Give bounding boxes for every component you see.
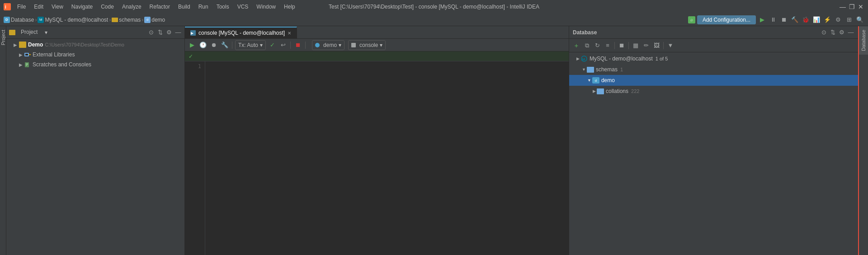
run-button[interactable]: ▶ bbox=[758, 15, 767, 24]
project-sidebar-tab[interactable]: Project bbox=[0, 26, 7, 49]
scratches-label: Scratches and Consoles bbox=[33, 61, 91, 68]
demo-schema-label: demo bbox=[601, 77, 615, 83]
menu-build[interactable]: Build bbox=[175, 3, 194, 11]
minimize-panel-icon[interactable]: — bbox=[175, 29, 182, 36]
debug-button[interactable]: 🐞 bbox=[801, 15, 810, 24]
console-select-dropdown[interactable]: console ▾ bbox=[348, 40, 386, 50]
db-filter-button[interactable]: ≡ bbox=[603, 41, 612, 50]
db-refresh-button[interactable]: ↻ bbox=[593, 41, 602, 50]
tx-dropdown[interactable]: Tx: Auto ▾ bbox=[235, 40, 266, 50]
project-panel-icons: ⊙ ⇅ ⚙ — bbox=[147, 29, 182, 36]
database-vertical-tab[interactable]: Database bbox=[859, 26, 868, 55]
breadcrumb-demo[interactable]: demo bbox=[151, 17, 165, 23]
arrow-external: ▶ bbox=[19, 52, 24, 57]
menu-view[interactable]: View bbox=[48, 3, 67, 11]
build-button[interactable]: 🔨 bbox=[790, 15, 799, 24]
maximize-button[interactable]: ❐ bbox=[848, 3, 855, 10]
editor-tab-console[interactable]: ▶ console [MySQL - demo@localhost] ✕ bbox=[185, 27, 297, 38]
settings-icon[interactable]: ⚙ bbox=[165, 29, 173, 36]
menu-tools[interactable]: Tools bbox=[213, 3, 233, 11]
db-filter2-button[interactable]: ▼ bbox=[666, 41, 675, 50]
database-icon: D bbox=[4, 17, 10, 23]
db-add-button[interactable]: + bbox=[572, 41, 581, 50]
profile-button[interactable]: ⚡ bbox=[823, 15, 832, 24]
project-dropdown-icon[interactable]: ▾ bbox=[45, 29, 47, 36]
schemas-folder-icon bbox=[587, 67, 594, 73]
undo-button[interactable]: ↩ bbox=[278, 41, 288, 50]
menu-navigate[interactable]: Navigate bbox=[68, 3, 96, 11]
menu-file[interactable]: File bbox=[14, 3, 29, 11]
add-configuration-button[interactable]: Add Configuration... bbox=[697, 15, 756, 24]
menu-help[interactable]: Help bbox=[280, 3, 299, 11]
stop-button[interactable]: ⏹ bbox=[779, 15, 788, 24]
db-tree-item-demo[interactable]: ▼ d demo bbox=[569, 75, 858, 86]
svg-text:▶: ▶ bbox=[191, 31, 194, 35]
db-tree-item-schemas[interactable]: ▼ schemas 1 bbox=[569, 64, 858, 75]
mysql-db-icon: M bbox=[580, 56, 588, 62]
tx-dropdown-arrow: ▾ bbox=[260, 42, 263, 48]
console-dropdown-label: console bbox=[359, 42, 378, 48]
breadcrumb-db[interactable]: Database bbox=[11, 17, 34, 23]
toolbar-settings-icon[interactable]: ⚙ bbox=[834, 15, 843, 24]
project-item-demo[interactable]: ▶ Demo C:\Users\70794\Desktop\Test\Demo bbox=[6, 40, 184, 50]
database-toolbar: + ⧉ ↻ ≡ ⏹ ▦ ✏ 🖼 ▼ bbox=[569, 39, 858, 52]
menu-edit[interactable]: Edit bbox=[30, 3, 47, 11]
format-button[interactable]: ⏺ bbox=[209, 41, 218, 50]
db-stop-button[interactable]: ⏹ bbox=[617, 41, 626, 50]
toolbar-separator2 bbox=[290, 42, 291, 49]
db-expand-icon[interactable]: ⇅ bbox=[829, 29, 836, 36]
nav-right-controls: ⌕ Add Configuration... ▶ ⏸ ⏹ 🔨 🐞 📊 ⚡ ⚙ ⊞… bbox=[688, 15, 864, 24]
arrow-collations: ▶ bbox=[593, 89, 596, 93]
menu-window[interactable]: Window bbox=[253, 3, 279, 11]
coverage-button[interactable]: 📊 bbox=[812, 15, 821, 24]
locate-icon[interactable]: ⊙ bbox=[147, 29, 155, 36]
project-item-external[interactable]: ▶ External Libraries bbox=[6, 50, 184, 60]
history-button[interactable]: 🕐 bbox=[198, 41, 208, 50]
project-folder-icon bbox=[9, 30, 15, 35]
db-edit-button[interactable]: ✏ bbox=[642, 41, 651, 50]
breadcrumb-sep2: › bbox=[109, 17, 111, 23]
db-tree-item-mysql[interactable]: ▶ M MySQL - demo@localhost 1 of 5 bbox=[569, 53, 858, 64]
svg-text:i: i bbox=[5, 5, 6, 9]
db-tree-item-collations[interactable]: ▶ collations 222 bbox=[569, 86, 858, 97]
db-copy-button[interactable]: ⧉ bbox=[582, 41, 591, 50]
db-select-dropdown[interactable]: demo ▾ bbox=[312, 40, 344, 50]
menu-code[interactable]: Code bbox=[97, 3, 118, 11]
arrow-mysql: ▶ bbox=[576, 56, 580, 61]
arrow-schemas: ▼ bbox=[582, 67, 586, 72]
project-item-scratches[interactable]: ▶ Scratches and Consoles bbox=[6, 60, 184, 70]
breadcrumb-sep3: › bbox=[142, 17, 143, 23]
menu-run[interactable]: Run bbox=[195, 3, 212, 11]
db-minimize-icon[interactable]: — bbox=[847, 29, 854, 36]
tab-close-icon[interactable]: ✕ bbox=[288, 31, 291, 36]
execute-button[interactable]: ▶ bbox=[188, 41, 197, 50]
toolbar-search-icon[interactable]: 🔍 bbox=[855, 15, 864, 24]
expand-collapse-icon[interactable]: ⇅ bbox=[156, 29, 164, 36]
pause-button[interactable]: ⏸ bbox=[769, 15, 778, 24]
editor-toolbar: ▶ 🕐 ⏺ 🔧 Tx: Auto ▾ ✓ ↩ ⏹ demo ▾ console bbox=[185, 39, 569, 51]
db-table-icon[interactable]: ▦ bbox=[631, 41, 640, 50]
close-button[interactable]: ✕ bbox=[857, 3, 864, 10]
db-nav-icon: D Database › M MySQL - demo@localhost › … bbox=[4, 17, 165, 23]
code-editor[interactable] bbox=[205, 61, 569, 255]
db-screenshot-button[interactable]: 🖼 bbox=[652, 41, 661, 50]
toolbar-expand-icon[interactable]: ⊞ bbox=[844, 15, 854, 24]
window-controls: — ❐ ✕ bbox=[839, 3, 864, 10]
svg-rect-3 bbox=[25, 54, 28, 56]
db-locate-icon[interactable]: ⊙ bbox=[820, 29, 827, 36]
db-dropdown-arrow: ▾ bbox=[339, 42, 341, 48]
db-settings-icon[interactable]: ⚙ bbox=[838, 29, 845, 36]
search-navigate-icon[interactable]: ⌕ bbox=[688, 16, 695, 23]
breadcrumb-schemas[interactable]: schemas bbox=[119, 17, 141, 23]
menu-vcs[interactable]: VCS bbox=[234, 3, 252, 11]
cancel-execution-button[interactable]: ⏹ bbox=[293, 41, 302, 50]
minimize-button[interactable]: — bbox=[839, 3, 846, 10]
breadcrumb-mysql[interactable]: MySQL - demo@localhost bbox=[45, 17, 108, 23]
arrow-demo: ▶ bbox=[14, 42, 19, 47]
settings-toolbar-button[interactable]: 🔧 bbox=[220, 41, 229, 50]
menu-analyze[interactable]: Analyze bbox=[118, 3, 145, 11]
db-dot-icon bbox=[315, 43, 320, 47]
menu-refactor[interactable]: Refactor bbox=[146, 3, 174, 11]
arrow-scratches: ▶ bbox=[19, 62, 24, 67]
commit-button[interactable]: ✓ bbox=[268, 41, 277, 50]
